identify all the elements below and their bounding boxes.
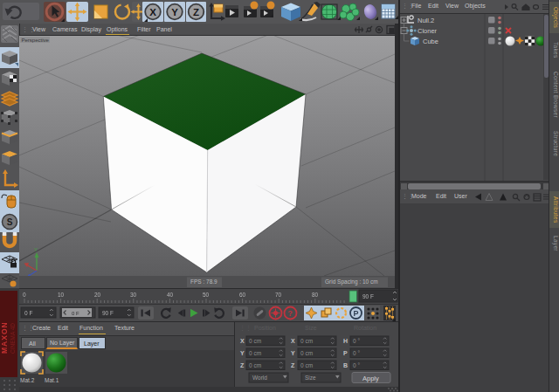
svg-text:0 °: 0 °	[353, 362, 360, 368]
svg-text:Size: Size	[305, 325, 317, 331]
svg-text:Y: Y	[240, 350, 245, 356]
svg-text:Z: Z	[291, 362, 295, 368]
svg-text:Y: Y	[291, 350, 295, 356]
svg-text:X: X	[240, 338, 245, 344]
svg-text:P: P	[353, 309, 358, 318]
svg-text:40: 40	[167, 292, 174, 298]
svg-text:Mat.2: Mat.2	[20, 377, 35, 383]
svg-text:0 cm: 0 cm	[249, 350, 261, 356]
svg-text:P: P	[343, 350, 348, 356]
svg-text:Y: Y	[171, 7, 178, 17]
svg-text:70: 70	[275, 292, 282, 298]
svg-text:50: 50	[203, 292, 210, 298]
svg-text:0 cm: 0 cm	[249, 362, 261, 368]
svg-text:90 F: 90 F	[102, 310, 114, 316]
svg-text:Z: Z	[193, 7, 199, 17]
svg-text:0 F: 0 F	[72, 311, 79, 316]
svg-text:Mat.1: Mat.1	[45, 377, 59, 383]
svg-text:20: 20	[94, 292, 101, 298]
svg-text:0 cm: 0 cm	[300, 338, 313, 344]
svg-text:World: World	[252, 375, 267, 381]
svg-text:Apply: Apply	[362, 375, 379, 382]
svg-text:90 F: 90 F	[362, 293, 374, 299]
svg-text:0 cm: 0 cm	[300, 350, 313, 356]
svg-text:0: 0	[23, 292, 26, 298]
svg-text:B: B	[343, 362, 348, 368]
svg-text:Position: Position	[254, 325, 276, 331]
svg-text:H: H	[343, 338, 348, 344]
svg-text:80: 80	[312, 292, 319, 298]
svg-text:S: S	[7, 217, 13, 227]
svg-text:Null.2: Null.2	[418, 17, 434, 24]
svg-text:Cube: Cube	[423, 38, 438, 45]
svg-text:Z: Z	[240, 362, 245, 368]
svg-text:Y: Y	[34, 247, 38, 252]
svg-text:⋮⋮: ⋮⋮	[239, 325, 252, 331]
svg-text:60: 60	[239, 292, 246, 298]
svg-text:10: 10	[58, 292, 65, 298]
svg-text:0 °: 0 °	[353, 350, 360, 356]
svg-text:0 cm: 0 cm	[300, 362, 313, 368]
svg-text:0 °: 0 °	[353, 338, 360, 344]
svg-text:0 cm: 0 cm	[249, 338, 261, 344]
svg-text:X: X	[149, 7, 156, 17]
svg-text:?: ?	[288, 309, 293, 318]
svg-text:Size: Size	[305, 375, 316, 381]
svg-text:0 F: 0 F	[24, 310, 32, 316]
svg-text:Rotation: Rotation	[354, 325, 376, 331]
svg-text:30: 30	[130, 292, 137, 298]
svg-text:X: X	[291, 338, 295, 344]
svg-text:Cloner: Cloner	[418, 27, 438, 35]
